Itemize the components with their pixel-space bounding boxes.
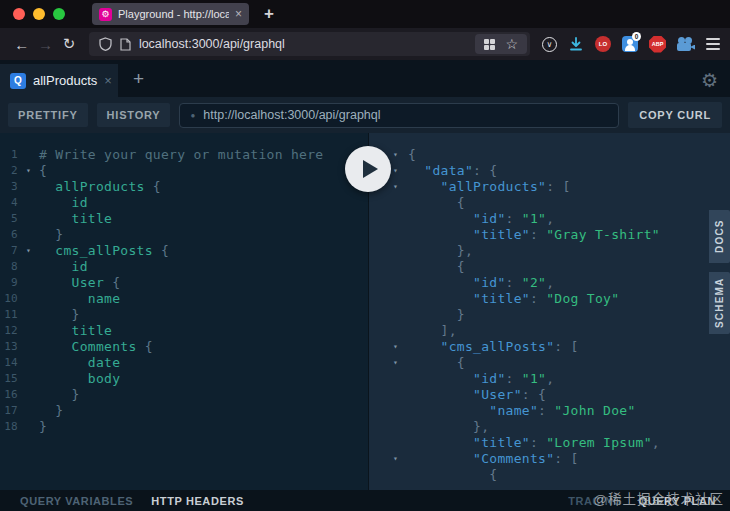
execute-query-button[interactable] — [345, 146, 391, 192]
prettify-button[interactable]: PRETTIFY — [8, 103, 88, 127]
response-line: }, — [369, 419, 730, 435]
editor-line: 15 body — [0, 371, 368, 387]
response-line: "title": "Gray T-shirt" — [369, 227, 730, 243]
close-tab-icon[interactable]: × — [235, 7, 242, 21]
page-icon — [120, 38, 131, 51]
url-text[interactable]: localhost:3000/api/graphql — [139, 37, 468, 51]
editor-line: 2▾{ — [0, 163, 368, 179]
line-number: 7 — [0, 243, 26, 259]
response-line: ▾ { — [369, 355, 730, 371]
copy-curl-button[interactable]: COPY CURL — [628, 102, 722, 128]
editor-line: 5 title — [0, 211, 368, 227]
minimize-window-button[interactable] — [33, 8, 45, 20]
hamburger-menu-icon[interactable] — [706, 38, 720, 50]
playground-tabbar: Q allProducts × + ⚙ — [0, 60, 730, 97]
schema-side-tab[interactable]: SCHEMA — [709, 272, 730, 334]
fold-arrow-slot — [393, 403, 408, 419]
playground-favicon-icon: ⚙ — [99, 8, 112, 21]
fold-arrow-slot — [26, 227, 39, 243]
response-line: "id": "2", — [369, 275, 730, 291]
new-browser-tab-button[interactable]: + — [264, 4, 274, 24]
playground-toolbar: PRETTIFY HISTORY ● COPY CURL — [0, 97, 730, 133]
playground-tab-allproducts[interactable]: Q allProducts × — [0, 64, 118, 97]
fold-arrow-icon[interactable]: ▾ — [26, 243, 39, 259]
fold-arrow-slot — [26, 147, 39, 163]
history-button[interactable]: HISTORY — [97, 103, 171, 127]
new-playground-tab-button[interactable]: + — [133, 68, 144, 90]
extension-badge-count: 0 — [632, 32, 641, 41]
contact-extension-icon[interactable]: 0 — [622, 36, 638, 52]
fold-arrow-icon[interactable]: ▾ — [393, 163, 408, 179]
fold-arrow-slot — [26, 195, 39, 211]
fold-arrow-icon[interactable]: ▾ — [393, 451, 408, 467]
adblock-icon[interactable]: ABP — [649, 36, 666, 53]
window-titlebar: ⚙ Playground - http://localhost:30 × + — [0, 0, 730, 28]
fold-arrow-icon[interactable]: ▾ — [393, 355, 408, 371]
close-window-button[interactable] — [13, 8, 25, 20]
editor-line: 17 } — [0, 403, 368, 419]
refresh-icon[interactable]: ↻ — [57, 35, 81, 53]
response-line: { — [369, 259, 730, 275]
playground-main: 1# Write your query or mutation here2▾{3… — [0, 133, 730, 490]
line-number: 15 — [0, 371, 26, 387]
lo-extension-icon[interactable]: LO — [595, 36, 611, 52]
line-number: 3 — [0, 179, 26, 195]
back-icon[interactable]: ← — [10, 36, 34, 53]
line-number: 2 — [0, 163, 26, 179]
editor-line: 9 User { — [0, 275, 368, 291]
shield-icon[interactable] — [99, 37, 112, 51]
fold-arrow-icon[interactable]: ▾ — [393, 147, 408, 163]
playground-tab-label: allProducts — [33, 73, 97, 88]
editor-line: 7▾ cms_allPosts { — [0, 243, 368, 259]
response-line: ▾ "Comments": [ — [369, 451, 730, 467]
settings-gear-icon[interactable]: ⚙ — [701, 69, 718, 92]
fold-arrow-slot — [393, 323, 408, 339]
urlbar-actions: ☆ — [475, 34, 527, 54]
docs-side-tab[interactable]: DOCS — [709, 210, 730, 263]
response-line: ▾ "allProducts": [ — [369, 179, 730, 195]
address-bar[interactable]: localhost:3000/api/graphql ☆ — [89, 32, 530, 56]
bookmark-star-icon[interactable]: ☆ — [505, 37, 518, 51]
browser-window: ⚙ Playground - http://localhost:30 × + ←… — [0, 0, 730, 511]
http-headers-tab[interactable]: HTTP HEADERS — [151, 495, 244, 507]
fold-arrow-slot — [26, 339, 39, 355]
fold-arrow-icon[interactable]: ▾ — [393, 179, 408, 195]
response-line: }, — [369, 243, 730, 259]
fold-arrow-slot — [393, 259, 408, 275]
response-line: "User": { — [369, 387, 730, 403]
browser-tab-playground[interactable]: ⚙ Playground - http://localhost:30 × — [92, 3, 249, 25]
editor-line: 12 title — [0, 323, 368, 339]
response-line: ▾{ — [369, 147, 730, 163]
video-camera-icon[interactable] — [677, 37, 695, 52]
fold-arrow-icon[interactable]: ▾ — [393, 339, 408, 355]
response-line: "title": "Dog Toy" — [369, 291, 730, 307]
zoom-window-button[interactable] — [53, 8, 65, 20]
download-icon[interactable] — [568, 36, 584, 52]
close-playground-tab-icon[interactable]: × — [104, 73, 112, 88]
fold-arrow-icon[interactable]: ▾ — [26, 163, 39, 179]
browser-tab-title: Playground - http://localhost:30 — [118, 8, 229, 20]
response-line: { — [369, 467, 730, 483]
containers-grid-icon[interactable] — [484, 39, 495, 50]
editor-line: 10 name — [0, 291, 368, 307]
line-number: 1 — [0, 147, 26, 163]
fold-arrow-slot — [393, 275, 408, 291]
query-variables-tab[interactable]: QUERY VARIABLES — [20, 495, 133, 507]
line-number: 10 — [0, 291, 26, 307]
endpoint-input[interactable] — [203, 108, 608, 122]
line-number: 12 — [0, 323, 26, 339]
fold-arrow-slot — [393, 467, 408, 483]
query-editor[interactable]: 1# Write your query or mutation here2▾{3… — [0, 133, 369, 490]
editor-line: 13 Comments { — [0, 339, 368, 355]
fold-arrow-slot — [26, 291, 39, 307]
fold-arrow-slot — [26, 307, 39, 323]
browser-navbar: ← → ↻ localhost:3000/api/graphql ☆ ∨ LO — [0, 28, 730, 60]
play-icon — [363, 160, 378, 178]
response-line: } — [369, 307, 730, 323]
fold-arrow-slot — [393, 227, 408, 243]
line-number: 17 — [0, 403, 26, 419]
pocket-icon[interactable]: ∨ — [542, 37, 557, 52]
fold-arrow-slot — [393, 387, 408, 403]
response-viewer[interactable]: ▾{▾ "data": {▾ "allProducts": [ { "id": … — [369, 133, 730, 490]
editor-line: 3 allProducts { — [0, 179, 368, 195]
